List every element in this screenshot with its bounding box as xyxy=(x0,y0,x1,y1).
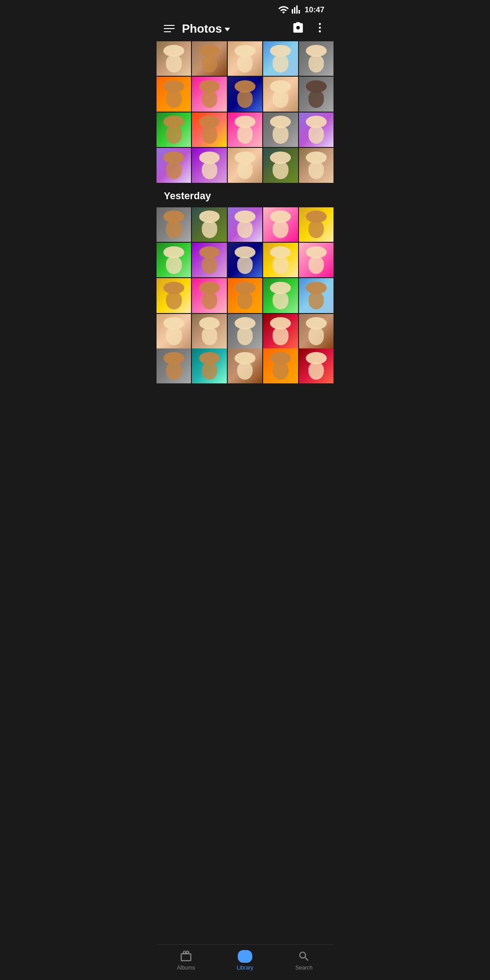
more-options-button[interactable] xyxy=(314,21,326,36)
yesterday-photo-grid xyxy=(157,207,333,349)
photo-cell[interactable] xyxy=(192,77,226,111)
photo-cell[interactable] xyxy=(263,243,298,277)
nav-item-library[interactable]: Library xyxy=(216,950,274,971)
photo-cell[interactable] xyxy=(299,348,333,383)
albums-svg-icon xyxy=(180,950,192,963)
photo-cell[interactable] xyxy=(263,148,298,182)
photo-cell[interactable] xyxy=(299,113,333,147)
photo-cell[interactable] xyxy=(228,148,262,182)
photo-cell[interactable] xyxy=(228,207,262,242)
photo-cell[interactable] xyxy=(192,314,226,348)
photo-cell[interactable] xyxy=(157,113,191,147)
today-photo-grid xyxy=(157,41,333,183)
camera-button[interactable] xyxy=(292,21,304,36)
svg-point-2 xyxy=(319,30,321,33)
more-options-icon xyxy=(314,21,326,34)
photo-cell[interactable] xyxy=(263,348,298,383)
svg-point-1 xyxy=(319,27,321,29)
photo-cell[interactable] xyxy=(299,314,333,348)
signal-icon xyxy=(291,5,302,15)
photo-cell[interactable] xyxy=(263,113,298,147)
photo-cell[interactable] xyxy=(263,77,298,111)
photo-cell[interactable] xyxy=(157,348,191,383)
photo-cell[interactable] xyxy=(228,113,262,147)
nav-item-albums[interactable]: Albums xyxy=(157,950,216,971)
photo-cell[interactable] xyxy=(263,278,298,313)
bottom-navigation: Albums Library Search xyxy=(157,944,333,980)
photo-cell[interactable] xyxy=(192,278,226,313)
photo-cell[interactable] xyxy=(192,207,226,242)
status-time: 10:47 xyxy=(305,5,324,15)
search-svg-icon xyxy=(298,950,310,963)
photo-cell[interactable] xyxy=(157,243,191,277)
yesterday-section-label: Yesterday xyxy=(157,183,333,207)
photo-cell[interactable] xyxy=(299,148,333,182)
photo-cell[interactable] xyxy=(299,278,333,313)
page-title: Photos xyxy=(182,22,222,36)
partial-photo-grid xyxy=(157,348,333,383)
photo-cell[interactable] xyxy=(228,278,262,313)
photo-cell[interactable] xyxy=(299,207,333,242)
nav-item-search[interactable]: Search xyxy=(274,950,333,971)
photo-cell[interactable] xyxy=(192,148,226,182)
svg-point-0 xyxy=(319,23,321,25)
photo-cell[interactable] xyxy=(157,278,191,313)
albums-nav-label: Albums xyxy=(177,965,195,971)
photo-cell[interactable] xyxy=(157,314,191,348)
status-bar: 10:47 xyxy=(157,0,333,18)
photo-cell[interactable] xyxy=(299,243,333,277)
photo-cell[interactable] xyxy=(228,77,262,111)
search-icon xyxy=(298,950,310,963)
library-nav-label: Library xyxy=(237,965,254,971)
photo-cell[interactable] xyxy=(263,314,298,348)
photo-cell[interactable] xyxy=(192,113,226,147)
photo-cell[interactable] xyxy=(228,41,262,76)
wifi-icon xyxy=(278,5,289,15)
photo-cell[interactable] xyxy=(192,243,226,277)
photo-cell[interactable] xyxy=(299,77,333,111)
photo-cell[interactable] xyxy=(192,41,226,76)
camera-icon xyxy=(292,21,304,34)
albums-icon xyxy=(180,950,192,963)
photo-cell[interactable] xyxy=(157,77,191,111)
photo-grid-container[interactable]: Yesterday xyxy=(157,41,333,944)
photo-cell[interactable] xyxy=(228,243,262,277)
library-icon xyxy=(238,950,252,963)
header-right xyxy=(292,21,326,36)
hamburger-menu[interactable] xyxy=(164,25,175,32)
photo-cell[interactable] xyxy=(157,207,191,242)
header-title-container[interactable]: Photos xyxy=(182,22,230,36)
photo-cell[interactable] xyxy=(228,348,262,383)
photo-cell[interactable] xyxy=(192,348,226,383)
photo-cell[interactable] xyxy=(263,207,298,242)
app-header: Photos xyxy=(157,18,333,41)
photo-cell[interactable] xyxy=(228,314,262,348)
photo-cell[interactable] xyxy=(263,41,298,76)
photo-cell[interactable] xyxy=(157,41,191,76)
header-left: Photos xyxy=(164,22,230,36)
photo-cell[interactable] xyxy=(299,41,333,76)
status-icons: 10:47 xyxy=(278,5,324,15)
photo-cell[interactable] xyxy=(157,148,191,182)
title-dropdown-arrow xyxy=(225,28,230,31)
search-nav-label: Search xyxy=(295,965,313,971)
